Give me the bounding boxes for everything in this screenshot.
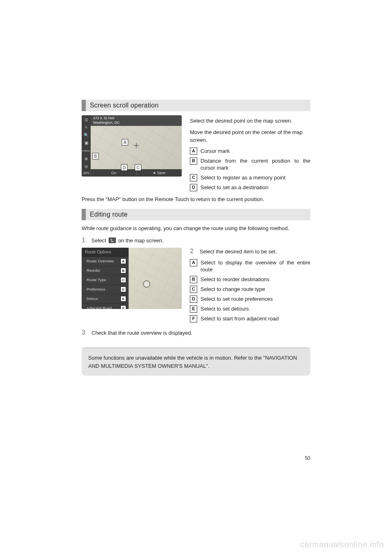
legend2-a: ASelect to display the overview of the e… [190, 259, 310, 273]
zoom-out-icon: ⊖ [83, 164, 89, 169]
step-3-text: Check that the route overview is display… [91, 329, 310, 337]
gps-indicator: GPS [82, 172, 91, 175]
route-option-preference[interactable]: Preference D [82, 285, 129, 294]
zoom-in-icon: ⊕ [83, 156, 89, 161]
section-heading-editing: Editing route [82, 209, 310, 220]
callout-c: C [135, 164, 141, 171]
legend-c: C Select to register as a memory point [190, 174, 310, 181]
map-bottom-bar: GPS Go ★ Save [82, 169, 182, 177]
compass-icon: ◎ [83, 117, 89, 122]
step-2: 2 Select the desired item to be set. [190, 248, 310, 256]
route-options-title: Route Options [82, 248, 129, 257]
scroll-intro-1: Select the desired point on the map scre… [190, 117, 310, 125]
caution-note: Some functions are unavailable while the… [82, 347, 310, 376]
step-3: 3 Check that the route overview is displ… [82, 329, 310, 337]
callout-d: D [121, 164, 127, 171]
cursor-mark-icon [134, 143, 139, 148]
scroll-intro-2: Move the desired point on the center of … [190, 128, 310, 144]
step-1: 1 Select on the map screen. [82, 237, 310, 245]
step-1-number: 1 [82, 237, 87, 245]
map-scroll-screenshot: ◎ N 🔍 ▣ 0.80mi ⊕ ⊖ 472 K St NW Washingto… [82, 115, 182, 177]
route-options-screenshot: Route Options Route Overview A Reorder B… [82, 248, 182, 309]
legend-d: D Select to set as a destination [190, 184, 310, 191]
legend-key-a: A [190, 148, 197, 155]
legend-key-d: D [190, 184, 197, 191]
legend2-d: DSelect to set route preferences [190, 295, 310, 303]
route-option-reorder[interactable]: Reorder B [82, 266, 129, 275]
route-option-adjacent[interactable]: Adjacent Road F [82, 304, 129, 309]
route-map-canvas [129, 248, 182, 309]
map-sidebar: ◎ N 🔍 ▣ 0.80mi ⊕ ⊖ [82, 115, 91, 169]
legend2-f: FSelect to start from adjacent road [190, 315, 310, 322]
legend2-c: CSelect to change route type [190, 286, 310, 293]
scale-label: 0.80mi [83, 148, 89, 154]
scroll-footer-note: Press the "MAP" button on the Remote Tou… [82, 195, 310, 204]
step-1-text: Select on the map screen. [91, 237, 310, 245]
route-options-icon [109, 237, 116, 243]
route-option-detour[interactable]: Detour E [82, 294, 129, 304]
current-position-icon [143, 280, 150, 288]
legend-a: A Cursor mark [190, 148, 310, 155]
legend-key-c: C [190, 174, 197, 181]
legend-key-b: B [190, 157, 197, 165]
step-2-text: Select the desired item to be set. [200, 248, 310, 256]
callout-b: B [92, 153, 99, 159]
svg-point-1 [113, 241, 114, 242]
watermark: carmanualsonline.info [300, 540, 384, 549]
step-2-number: 2 [190, 248, 196, 256]
legend-b: B Distance from the current position to … [190, 157, 310, 172]
save-button[interactable]: ★ Save [137, 171, 182, 175]
legend2-e: ESelect to set detours [190, 305, 310, 313]
map-canvas [91, 126, 182, 169]
legend2-b: BSelect to reorder destinations [190, 276, 310, 283]
go-button[interactable]: Go [91, 171, 136, 175]
step-3-number: 3 [82, 329, 87, 337]
route-option-overview[interactable]: Route Overview A [82, 257, 129, 266]
search-icon: 🔍 [83, 132, 89, 138]
route-options-panel: Route Options Route Overview A Reorder B… [82, 248, 129, 309]
svg-point-0 [111, 239, 112, 240]
layers-icon: ▣ [83, 140, 89, 145]
callout-a: A [122, 139, 128, 145]
compass-n-label: N [83, 125, 89, 130]
route-option-type[interactable]: Route Type C [82, 275, 129, 285]
page-number: 50 [305, 455, 310, 461]
editing-intro: While route guidance is operating, you c… [82, 224, 310, 233]
section-heading-scroll: Screen scroll operation [82, 100, 310, 111]
